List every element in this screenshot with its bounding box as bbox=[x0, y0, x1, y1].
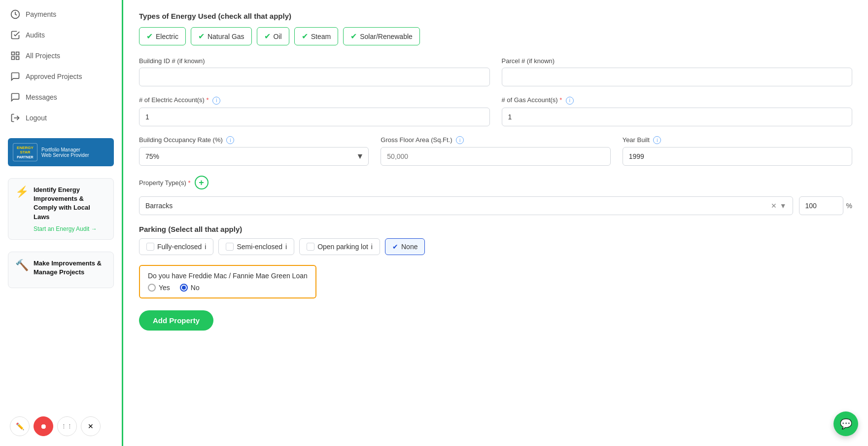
parking-none[interactable]: ✔ None bbox=[385, 238, 425, 255]
open-lot-info-icon[interactable]: i bbox=[371, 243, 373, 251]
year-built-info-icon[interactable]: i bbox=[653, 136, 661, 144]
parking-label: Parking (Select all that apply) bbox=[139, 225, 852, 233]
sidebar-label-payments: Payments bbox=[26, 10, 56, 18]
add-property-type-button[interactable]: + bbox=[195, 176, 208, 189]
accounts-row: # of Electric Account(s) * i # of Gas Ac… bbox=[139, 96, 852, 126]
svg-rect-4 bbox=[12, 57, 15, 60]
freddie-no-option[interactable]: No bbox=[180, 284, 200, 292]
gas-accounts-input[interactable] bbox=[502, 108, 853, 126]
record-button[interactable]: ⏺ bbox=[34, 416, 53, 436]
audits-icon bbox=[10, 30, 21, 40]
svg-rect-1 bbox=[12, 52, 15, 55]
sidebar-label-messages: Messages bbox=[26, 93, 57, 101]
parking-fully-enclosed[interactable]: Fully-enclosed i bbox=[139, 238, 213, 255]
payments-icon bbox=[10, 9, 21, 20]
percent-symbol: % bbox=[846, 202, 852, 210]
sidebar-item-logout[interactable]: Logout bbox=[0, 108, 122, 128]
building-id-group: Building ID # (if known) bbox=[139, 57, 490, 86]
sidebar-item-all-projects[interactable]: All Projects bbox=[0, 45, 122, 66]
property-type-select[interactable]: Barracks ✕ ▼ bbox=[139, 196, 793, 215]
electric-accounts-info-icon[interactable]: i bbox=[212, 97, 220, 105]
building-parcel-row: Building ID # (if known) Parcel # (if kn… bbox=[139, 57, 852, 86]
property-chevron-icon[interactable]: ▼ bbox=[780, 202, 787, 210]
property-percentage-input[interactable] bbox=[799, 196, 843, 215]
energy-types-label: Types of Energy Used (check all that app… bbox=[139, 12, 852, 20]
bottom-bar: ✏️ ⏺ ⋮⋮ ✕ bbox=[10, 416, 101, 436]
energy-label-natural-gas: Natural Gas bbox=[208, 33, 244, 40]
none-check-icon: ✔ bbox=[392, 243, 398, 251]
open-lot-label: Open parking lot bbox=[317, 243, 368, 251]
building-id-input[interactable] bbox=[139, 68, 490, 86]
energy-chip-natural-gas[interactable]: ✔ Natural Gas bbox=[191, 27, 252, 45]
edit-button[interactable]: ✏️ bbox=[10, 416, 30, 436]
sidebar-item-payments[interactable]: Payments bbox=[0, 4, 122, 25]
property-clear-icon[interactable]: ✕ bbox=[771, 202, 777, 210]
start-energy-audit-link[interactable]: Start an Energy Audit → bbox=[34, 225, 106, 232]
occupancy-floor-year-row: Building Occupancy Rate (%) i 25% 50% 75… bbox=[139, 136, 852, 166]
energy-chip-solar[interactable]: ✔ Solar/Renewable bbox=[343, 27, 420, 45]
energy-chip-oil[interactable]: ✔ Oil bbox=[257, 27, 289, 45]
approved-projects-icon bbox=[10, 71, 21, 82]
electric-accounts-label: # of Electric Account(s) * i bbox=[139, 96, 490, 105]
gas-accounts-label: # of Gas Account(s) * i bbox=[502, 96, 853, 105]
sidebar-label-logout: Logout bbox=[26, 114, 47, 122]
close-button[interactable]: ✕ bbox=[81, 416, 101, 436]
occupancy-select-wrap: 25% 50% 75% 100% ▼ bbox=[139, 147, 369, 166]
occupancy-info-icon[interactable]: i bbox=[226, 136, 234, 144]
grid-button[interactable]: ⋮⋮ bbox=[57, 416, 77, 436]
electric-accounts-input[interactable] bbox=[139, 108, 490, 126]
sidebar-label-all-projects: All Projects bbox=[26, 52, 60, 60]
main-content: Types of Energy Used (check all that app… bbox=[123, 0, 868, 446]
energy-types-row: ✔ Electric ✔ Natural Gas ✔ Oil ✔ Steam ✔… bbox=[139, 27, 852, 45]
property-type-label: Property Type(s) * bbox=[139, 179, 191, 186]
sidebar-item-approved-projects[interactable]: Approved Projects bbox=[0, 66, 122, 87]
sidebar-item-messages[interactable]: Messages bbox=[0, 87, 122, 108]
freddie-yes-radio[interactable] bbox=[148, 284, 156, 292]
freddie-no-radio[interactable] bbox=[180, 284, 188, 292]
building-id-label: Building ID # (if known) bbox=[139, 57, 490, 65]
property-input-row: Barracks ✕ ▼ % bbox=[139, 196, 852, 215]
parking-open-lot[interactable]: Open parking lot i bbox=[299, 238, 380, 255]
energy-chip-electric[interactable]: ✔ Electric bbox=[139, 27, 186, 45]
chat-bubble-button[interactable]: 💬 bbox=[833, 411, 858, 436]
energy-chip-steam[interactable]: ✔ Steam bbox=[294, 27, 338, 45]
chat-icon: 💬 bbox=[840, 418, 852, 430]
energy-star-logo: ENERGYSTAR PARTNER bbox=[13, 143, 37, 161]
fully-enclosed-info-icon[interactable]: i bbox=[205, 243, 206, 251]
sidebar-item-audits[interactable]: Audits bbox=[0, 25, 122, 45]
energy-star-badge: ENERGYSTAR PARTNER Portfolio Manager Web… bbox=[8, 138, 114, 166]
occupancy-select[interactable]: 25% 50% 75% 100% bbox=[139, 147, 369, 166]
fully-enclosed-checkbox[interactable] bbox=[146, 243, 154, 251]
open-lot-checkbox[interactable] bbox=[307, 243, 314, 251]
messages-icon bbox=[10, 92, 21, 103]
energy-label-electric: Electric bbox=[156, 33, 178, 40]
svg-rect-3 bbox=[16, 57, 19, 60]
energy-star-text: Portfolio Manager Web Service Provider bbox=[41, 147, 89, 158]
year-built-group: Year Built i bbox=[623, 136, 852, 166]
year-built-input[interactable] bbox=[623, 147, 852, 166]
parcel-input[interactable] bbox=[502, 68, 853, 86]
gross-floor-info-icon[interactable]: i bbox=[456, 136, 464, 144]
parking-semi-enclosed[interactable]: Semi-enclosed i bbox=[218, 238, 294, 255]
semi-enclosed-checkbox[interactable] bbox=[226, 243, 234, 251]
energy-label-steam: Steam bbox=[311, 33, 331, 40]
occupancy-label: Building Occupancy Rate (%) i bbox=[139, 136, 369, 145]
parking-options-row: Fully-enclosed i Semi-enclosed i Open pa… bbox=[139, 238, 852, 255]
promo-card-improvements: 🔨 Make Improvements & Manage Projects bbox=[8, 252, 114, 288]
svg-rect-2 bbox=[16, 52, 19, 55]
promo-title-energy: Identify Energy Improvements & Comply wi… bbox=[34, 186, 106, 222]
freddie-yes-option[interactable]: Yes bbox=[148, 284, 170, 292]
sidebar-nav: Payments Audits All Projects Approved Pr… bbox=[0, 0, 122, 132]
add-property-wrapper: Add Property bbox=[139, 310, 852, 331]
occupancy-group: Building Occupancy Rate (%) i 25% 50% 75… bbox=[139, 136, 369, 166]
freddie-no-label: No bbox=[191, 284, 200, 292]
add-property-button[interactable]: Add Property bbox=[139, 310, 213, 331]
semi-enclosed-info-icon[interactable]: i bbox=[285, 243, 287, 251]
gross-floor-input[interactable] bbox=[381, 147, 610, 166]
parcel-group: Parcel # (if known) bbox=[502, 57, 853, 86]
oil-check-icon: ✔ bbox=[264, 32, 271, 41]
promo-card-energy: ⚡ Identify Energy Improvements & Comply … bbox=[8, 178, 114, 240]
record-icon: ⏺ bbox=[40, 422, 47, 430]
gas-accounts-info-icon[interactable]: i bbox=[566, 97, 574, 105]
freddie-question: Do you have Freddie Mac / Fannie Mae Gre… bbox=[148, 272, 308, 280]
